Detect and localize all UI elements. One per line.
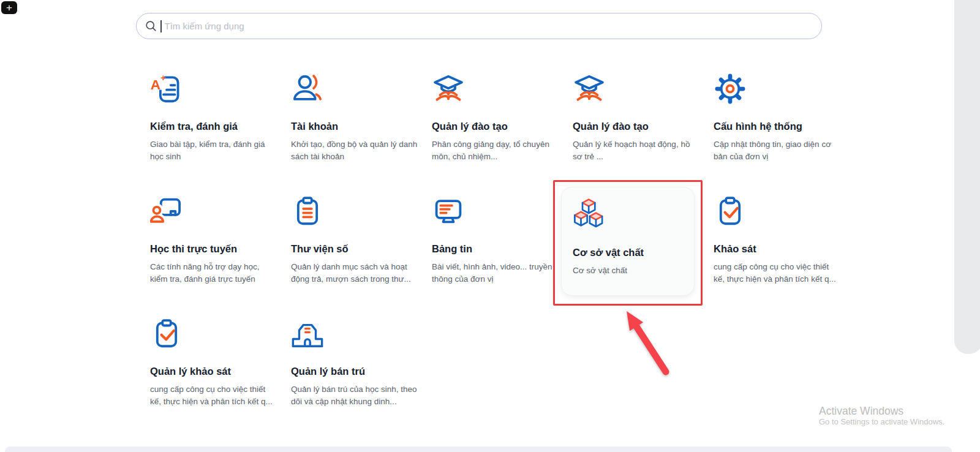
app-tile-quan-ly-khao-sat[interactable]: Quản lý khảo sát cung cấp công cụ cho vi… — [150, 317, 280, 408]
clipboard-check-icon — [714, 195, 747, 228]
app-tile-quan-ly-dao-tao-2[interactable]: Quản lý đào tạo Quản lý kế hoạch hoạt độ… — [573, 72, 703, 163]
app-desc: Quản lý kế hoạch hoạt động, hồ sơ trẻ ..… — [573, 138, 700, 163]
app-tile-cau-hinh-he-thong[interactable]: Cấu hình hệ thống Cập nhật thông tin, gi… — [714, 72, 843, 163]
exam-icon: A + — [150, 72, 183, 105]
activate-windows-subtext: Go to Settings to activate Windows. — [819, 417, 944, 426]
annotation-arrow — [612, 303, 680, 383]
app-title: Quản lý đào tạo — [432, 121, 562, 132]
gear-icon — [714, 72, 747, 105]
graduation-icon — [432, 72, 465, 105]
search-bar[interactable] — [136, 13, 822, 39]
plus-icon: + — [6, 2, 12, 13]
app-tile-quan-ly-dao-tao-1[interactable]: Quản lý đào tạo Phân công giảng dạy, tổ … — [432, 72, 562, 163]
app-title: Quản lý khảo sát — [150, 366, 280, 377]
app-desc: Khởi tạo, đồng bộ và quản lý danh sách t… — [291, 138, 418, 163]
clipboard-check-icon — [150, 317, 183, 350]
app-desc: Quản lý bán trú của học sinh, theo dõi v… — [291, 383, 418, 408]
app-title: Khảo sát — [714, 243, 843, 255]
online-learning-icon — [150, 195, 183, 228]
app-desc: Bài viết, hình ảnh, video... truyền thôn… — [432, 261, 559, 285]
svg-text:A: A — [151, 77, 160, 92]
clipboard-lines-icon — [291, 195, 324, 228]
app-title: Học thi trực tuyến — [150, 243, 280, 255]
newsboard-icon — [432, 195, 465, 228]
window-bottom-edge — [5, 446, 952, 452]
app-desc: cung cấp công cụ cho việc thiết kế, thực… — [150, 383, 277, 408]
app-desc: Quản lý danh mục sách và hoạt động trả, … — [291, 261, 418, 285]
app-title: Quản lý bán trú — [291, 366, 421, 377]
app-desc: Phân công giảng dạy, tổ chuyên môn, chủ … — [432, 138, 559, 163]
app-tile-khao-sat[interactable]: Khảo sát cung cấp công cụ cho việc thiết… — [714, 195, 843, 285]
app-tile-bang-tin[interactable]: Bảng tin Bài viết, hình ảnh, video... tr… — [432, 195, 562, 285]
app-title: Bảng tin — [432, 243, 562, 255]
cubes-icon — [573, 198, 606, 232]
app-tile-tai-khoan[interactable]: Tài khoản Khởi tạo, đồng bộ và quản lý d… — [291, 72, 421, 163]
app-tile-quan-ly-ban-tru[interactable]: Quản lý bán trú Quản lý bán trú của học … — [291, 317, 421, 408]
activate-windows-text: Activate Windows — [819, 405, 903, 418]
app-desc: Giao bài tập, kiểm tra, đánh giá học sin… — [150, 138, 277, 163]
app-tile-thu-vien-so[interactable]: Thư viện số Quản lý danh mục sách và hoạ… — [291, 195, 421, 285]
app-desc: Cơ sở vật chất — [573, 265, 700, 277]
account-icon — [291, 72, 324, 105]
app-tile-hoc-thi-truc-tuyen[interactable]: Học thi trực tuyến Các tính năng hỗ trợ … — [150, 195, 280, 285]
vertical-scrollbar[interactable] — [954, 0, 980, 354]
svg-text:+: + — [160, 72, 166, 83]
app-tile-kiem-tra-danh-gia[interactable]: A + Kiểm tra, đánh giá Giao bài tập, kiể… — [150, 72, 280, 163]
app-desc: Cập nhật thông tin, giao diện cơ bản của… — [714, 138, 841, 163]
plus-button[interactable]: + — [1, 1, 17, 14]
search-icon — [145, 20, 157, 32]
search-input[interactable] — [164, 20, 813, 32]
app-title: Quản lý đào tạo — [573, 121, 703, 132]
app-title: Thư viện số — [291, 243, 421, 255]
app-title: Kiểm tra, đánh giá — [150, 121, 280, 132]
building-icon — [291, 317, 324, 350]
app-desc: cung cấp công cụ cho việc thiết kế, thực… — [714, 261, 841, 285]
text-caret — [160, 20, 162, 32]
app-title: Cấu hình hệ thống — [714, 121, 843, 132]
app-tile-co-so-vat-chat[interactable]: Cơ sở vật chất Cơ sở vật chất — [573, 198, 703, 277]
app-title: Tài khoản — [291, 121, 421, 132]
app-desc: Các tính năng hỗ trợ dạy học, kiểm tra, … — [150, 261, 277, 285]
graduation-icon — [573, 72, 606, 105]
app-title: Cơ sở vật chất — [573, 247, 703, 258]
